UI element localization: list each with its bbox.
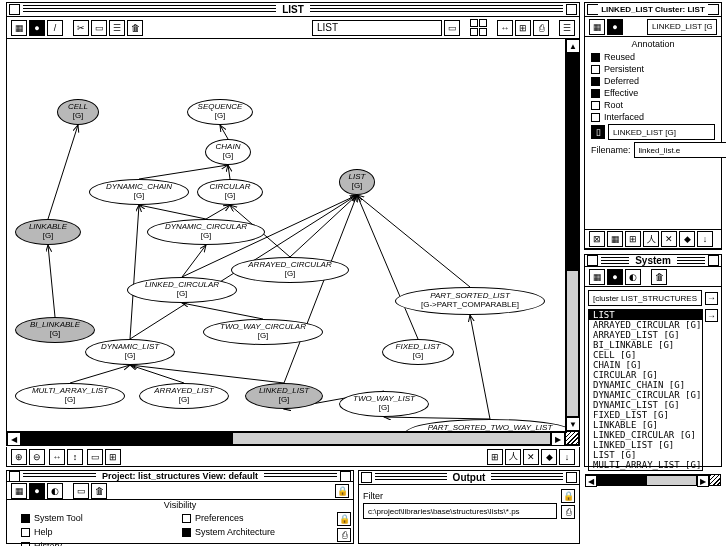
- list-item[interactable]: CELL [G]: [589, 350, 702, 360]
- tool-btn[interactable]: ◐: [625, 269, 641, 285]
- tool-btn[interactable]: ↔: [49, 449, 65, 465]
- list-item[interactable]: CHAIN [G]: [589, 360, 702, 370]
- class-node-linked_circular[interactable]: LINKED_CIRCULAR[G]: [127, 277, 237, 303]
- scroll-up-icon[interactable]: ▲: [566, 39, 580, 53]
- tool-btn[interactable]: 人: [643, 231, 659, 247]
- lock-icon[interactable]: 🔒: [561, 489, 575, 503]
- print-icon[interactable]: ⎙: [561, 505, 575, 519]
- maximize-icon[interactable]: [340, 471, 351, 482]
- annotation-check-reused[interactable]: Reused: [585, 51, 721, 63]
- class-node-linked_list[interactable]: LINKED_LIST[G]: [245, 383, 323, 409]
- scroll-right-icon[interactable]: ▶: [697, 475, 709, 487]
- tool-btn[interactable]: ▭: [73, 483, 89, 499]
- tool-btn[interactable]: ▦: [589, 269, 605, 285]
- list-item[interactable]: LIST: [589, 310, 702, 320]
- go-icon[interactable]: →: [705, 292, 718, 305]
- class-node-dynamic_list[interactable]: DYNAMIC_LIST[G]: [85, 339, 175, 365]
- tool-btn[interactable]: ●: [29, 483, 45, 499]
- tool-btn[interactable]: ↕: [67, 449, 83, 465]
- tool-btn[interactable]: ●: [29, 20, 45, 36]
- tool-btn[interactable]: ⊞: [515, 20, 531, 36]
- annotation-check-deferred[interactable]: Deferred: [585, 75, 721, 87]
- class-node-list[interactable]: LIST[G]: [339, 169, 375, 195]
- system-titlebar[interactable]: System: [585, 255, 721, 267]
- nav-grid-icon[interactable]: [470, 19, 487, 36]
- class-node-dynamic_chain[interactable]: DYNAMIC_CHAIN[G]: [89, 179, 189, 205]
- main-class-input[interactable]: [312, 20, 442, 36]
- go-icon[interactable]: →: [705, 309, 718, 322]
- list-item[interactable]: DYNAMIC_CHAIN [G]: [589, 380, 702, 390]
- checkbox-icon[interactable]: [591, 77, 600, 86]
- list-item[interactable]: ARRAYED_CIRCULAR [G]: [589, 320, 702, 330]
- cluster-input[interactable]: [647, 19, 717, 35]
- list-item[interactable]: CIRCULAR [G]: [589, 370, 702, 380]
- class-node-part_sorted_list[interactable]: PART_SORTED_LIST[G->PART_COMPARABLE]: [395, 287, 545, 315]
- class-node-multi_array_list[interactable]: MULTI_ARRAY_LIST[G]: [15, 383, 125, 409]
- list-item[interactable]: ARRAYED_LIST [G]: [589, 330, 702, 340]
- resize-handle[interactable]: [709, 474, 721, 486]
- class-node-circular[interactable]: CIRCULAR[G]: [197, 179, 263, 205]
- list-item[interactable]: FIXED_LIST [G]: [589, 410, 702, 420]
- visibility-check-history[interactable]: History: [15, 540, 166, 546]
- close-icon[interactable]: [9, 471, 20, 482]
- tool-btn[interactable]: ▦: [11, 20, 27, 36]
- maximize-icon[interactable]: [566, 472, 577, 483]
- visibility-check-help[interactable]: Help: [15, 526, 166, 538]
- cut-icon[interactable]: ✂: [73, 20, 89, 36]
- visibility-check-system-architecture[interactable]: System Architecture: [176, 526, 327, 538]
- tool-btn[interactable]: ▭: [444, 20, 460, 36]
- trash-icon[interactable]: 🗑: [91, 483, 107, 499]
- tool-btn[interactable]: ◆: [541, 449, 557, 465]
- maximize-icon[interactable]: [566, 4, 577, 15]
- annotation-check-effective[interactable]: Effective: [585, 87, 721, 99]
- list-item[interactable]: MULTI_ARRAY_LIST [G]: [589, 460, 702, 470]
- main-hscroll[interactable]: ◀ ▶: [7, 431, 565, 445]
- checkbox-icon[interactable]: [591, 89, 600, 98]
- trash-icon[interactable]: 🗑: [651, 269, 667, 285]
- class-node-two_way_list[interactable]: TWO_WAY_LIST[G]: [339, 391, 429, 417]
- class-node-chain[interactable]: CHAIN[G]: [205, 139, 251, 165]
- tool-btn[interactable]: ⊖: [29, 449, 45, 465]
- checkbox-icon[interactable]: [591, 53, 600, 62]
- cluster-name-field[interactable]: [608, 124, 715, 140]
- close-icon[interactable]: [361, 472, 372, 483]
- class-node-bi_linkable[interactable]: BI_LINKABLE[G]: [15, 317, 95, 343]
- annotation-check-persistent[interactable]: Persistent: [585, 63, 721, 75]
- close-icon[interactable]: [9, 4, 20, 15]
- resize-handle[interactable]: [565, 431, 579, 445]
- checkbox-icon[interactable]: [21, 514, 30, 523]
- checkbox-icon[interactable]: [591, 101, 600, 110]
- scroll-left-icon[interactable]: ◀: [585, 475, 597, 487]
- tool-btn[interactable]: ●: [607, 269, 623, 285]
- annotation-check-root[interactable]: Root: [585, 99, 721, 111]
- output-titlebar[interactable]: Output: [359, 471, 579, 485]
- tool-btn[interactable]: ↓: [559, 449, 575, 465]
- tool-btn[interactable]: ●: [607, 19, 623, 35]
- scroll-down-icon[interactable]: ▼: [566, 417, 580, 431]
- class-node-dynamic_circular[interactable]: DYNAMIC_CIRCULAR[G]: [147, 219, 265, 245]
- tool-btn[interactable]: ▭: [87, 449, 103, 465]
- list-item[interactable]: BI_LINKABLE [G]: [589, 340, 702, 350]
- filter-input[interactable]: [363, 503, 557, 519]
- checkbox-icon[interactable]: [21, 542, 30, 547]
- tool-btn[interactable]: ▭: [91, 20, 107, 36]
- filename-field[interactable]: [634, 142, 726, 158]
- class-node-sequence[interactable]: SEQUENCE[G]: [187, 99, 253, 125]
- tool-btn[interactable]: 人: [505, 449, 521, 465]
- tool-btn[interactable]: ◐: [47, 483, 63, 499]
- tool-btn[interactable]: /: [47, 20, 63, 36]
- annotation-check-interfaced[interactable]: Interfaced: [585, 111, 721, 123]
- print-icon[interactable]: ⎙: [337, 528, 351, 542]
- class-node-linkable[interactable]: LINKABLE[G]: [15, 219, 81, 245]
- tool-btn[interactable]: ▦: [589, 19, 605, 35]
- tool-btn[interactable]: ▦: [607, 231, 623, 247]
- tool-btn[interactable]: ✕: [661, 231, 677, 247]
- tool-btn[interactable]: ⊠: [589, 231, 605, 247]
- tool-btn[interactable]: ▦: [11, 483, 27, 499]
- tool-btn[interactable]: ☰: [559, 20, 575, 36]
- name-icon[interactable]: ▯: [591, 125, 605, 139]
- list-item[interactable]: LINKABLE [G]: [589, 420, 702, 430]
- maximize-icon[interactable]: [708, 255, 719, 266]
- tool-btn[interactable]: ⊞: [487, 449, 503, 465]
- cluster-titlebar[interactable]: LINKED_LIST Cluster: LIST: [585, 3, 721, 17]
